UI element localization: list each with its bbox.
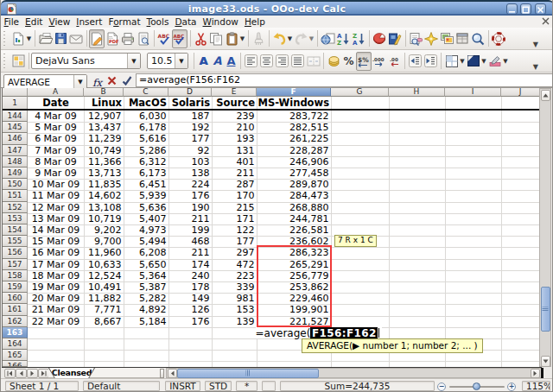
increase-indent-button[interactable] (423, 52, 439, 71)
cell-C157[interactable]: 5,650 (124, 259, 168, 270)
cell-F147[interactable]: 228,287 (257, 145, 331, 156)
row-header-162[interactable]: 162 (3, 316, 28, 327)
cell-C162[interactable]: 5,184 (124, 316, 168, 327)
accept-button[interactable] (120, 73, 133, 86)
spellcheck-button[interactable]: ABC (156, 29, 172, 48)
cell-D150[interactable]: 224 (168, 179, 212, 190)
cell-A162[interactable]: 22 Mar 09 (28, 316, 84, 327)
copy-button[interactable] (208, 29, 224, 48)
cell-D157[interactable]: 174 (168, 259, 212, 270)
row-header-148[interactable]: 148 (3, 156, 28, 168)
row-header-161[interactable]: 161 (3, 304, 28, 315)
cell-C160[interactable]: 5,282 (124, 293, 168, 304)
cell-E162[interactable]: 139 (212, 316, 257, 327)
cell-A158[interactable]: 18 Mar 09 (28, 270, 84, 281)
cell-D151[interactable]: 176 (168, 190, 212, 201)
row-header-151[interactable]: 151 (3, 190, 28, 201)
cell-A147[interactable]: 7 Mar 09 (28, 145, 84, 156)
horizontal-splitter[interactable] (160, 369, 164, 378)
redo-button[interactable] (293, 29, 308, 48)
cell-D162[interactable]: 176 (168, 316, 212, 327)
scroll-left-button[interactable] (168, 369, 177, 378)
borders-button[interactable] (444, 52, 460, 71)
column-header-J[interactable]: J (501, 88, 540, 97)
undo-dropdown[interactable]: ▼ (287, 29, 293, 48)
cell-D159[interactable]: 178 (168, 281, 212, 293)
column-header-H[interactable]: H (389, 88, 445, 97)
cell-A148[interactable]: 8 Mar 09 (28, 156, 84, 168)
cell-B147[interactable]: 10,749 (84, 145, 124, 156)
cell-C158[interactable]: 5,364 (124, 270, 168, 281)
paste-dropdown[interactable]: ▼ (239, 29, 245, 48)
page-preview-button[interactable] (136, 29, 151, 48)
cell-D156[interactable]: 211 (168, 247, 212, 258)
cell-B151[interactable]: 14,602 (84, 190, 124, 201)
cell-D158[interactable]: 240 (168, 270, 212, 281)
cell-C156[interactable]: 6,208 (124, 247, 168, 258)
sort-descending-button[interactable]: Z A (351, 29, 366, 48)
zoom-slider-thumb[interactable] (473, 383, 480, 390)
sheet-tab-cleansed[interactable]: Cleansed (49, 368, 94, 379)
align-justified-button[interactable] (290, 52, 306, 71)
cell-A161[interactable]: 21 Mar 09 (28, 304, 84, 315)
cell-C161[interactable]: 4,892 (124, 304, 168, 315)
function-wizard-button[interactable]: fx (91, 73, 104, 86)
cell-B154[interactable]: 9,202 (84, 224, 124, 236)
row-header-165[interactable]: 165 (3, 350, 28, 361)
column-header-B[interactable]: B (84, 88, 124, 97)
row-header-157[interactable]: 157 (3, 259, 28, 270)
horizontal-scrollbar[interactable] (166, 368, 543, 379)
formula-input-line[interactable]: =average(F156:F162 (136, 73, 553, 87)
align-left-button[interactable] (244, 52, 259, 71)
cell-A155[interactable]: 15 Mar 09 (28, 236, 84, 247)
cell-A154[interactable]: 14 Mar 09 (28, 224, 84, 236)
cell-A153[interactable]: 13 Mar 09 (28, 213, 84, 224)
cell-E151[interactable]: 170 (212, 190, 257, 201)
zoom-button[interactable] (470, 29, 486, 48)
row-header-160[interactable]: 160 (3, 293, 28, 304)
cancel-button[interactable] (105, 73, 118, 86)
maximize-button[interactable] (520, 3, 531, 15)
cell-D144[interactable]: 187 (168, 111, 212, 122)
standard-format-button[interactable]: $% (356, 52, 372, 71)
cell-A150[interactable]: 10 Mar 09 (28, 179, 84, 190)
cell-A146[interactable]: 6 Mar 09 (28, 133, 84, 144)
toolbar-overflow-arrow[interactable]: ▼ (533, 63, 538, 71)
name-box-dropdown[interactable]: ▼ (73, 75, 86, 90)
cell-A160[interactable]: 20 Mar 09 (28, 293, 84, 304)
cell-C146[interactable]: 5,616 (124, 133, 168, 144)
cell-A144[interactable]: 4 Mar 09 (28, 111, 84, 122)
font-size-value[interactable]: 10.5 (148, 54, 175, 68)
save-button[interactable] (53, 29, 68, 48)
cell-F146[interactable]: 261,225 (257, 133, 331, 144)
cell-E159[interactable]: 339 (212, 281, 257, 293)
cell-C150[interactable]: 6,451 (124, 179, 168, 190)
cell-B161[interactable]: 7,771 (84, 304, 124, 315)
cell-E149[interactable]: 211 (212, 168, 257, 179)
menu-edit[interactable]: Edit (22, 16, 46, 28)
cell-B157[interactable]: 10,633 (84, 259, 124, 270)
cell-B158[interactable]: 12,524 (84, 270, 124, 281)
cell-C154[interactable]: 4,973 (124, 224, 168, 236)
cell-E147[interactable]: 131 (212, 145, 257, 156)
cell-B153[interactable]: 10,719 (84, 213, 124, 224)
cell-B156[interactable]: 11,960 (84, 247, 124, 258)
cell-B148[interactable]: 11,366 (84, 156, 124, 168)
column-header-E[interactable]: E (212, 88, 257, 97)
cell-D148[interactable]: 103 (168, 156, 212, 168)
cell-F151[interactable]: 284,473 (257, 190, 331, 201)
cell-F152[interactable]: 268,880 (257, 202, 331, 213)
cell-E150[interactable]: 287 (212, 179, 257, 190)
row-header-163[interactable]: 163 (3, 327, 28, 338)
next-sheet-button[interactable] (27, 369, 38, 378)
insert-mode-indicator[interactable]: INSRT (165, 381, 200, 392)
zoom-level-indicator[interactable]: 115% (522, 381, 550, 392)
menu-format[interactable]: Format (105, 16, 143, 28)
data-sources-button[interactable] (454, 29, 470, 48)
cell-D149[interactable]: 138 (168, 168, 212, 179)
cell-D161[interactable]: 126 (168, 304, 212, 315)
cell-D160[interactable]: 149 (168, 293, 212, 304)
horizontal-scroll-thumb[interactable] (177, 369, 319, 378)
cell-A156[interactable]: 16 Mar 09 (28, 247, 84, 258)
cell-F150[interactable]: 289,870 (257, 179, 331, 190)
